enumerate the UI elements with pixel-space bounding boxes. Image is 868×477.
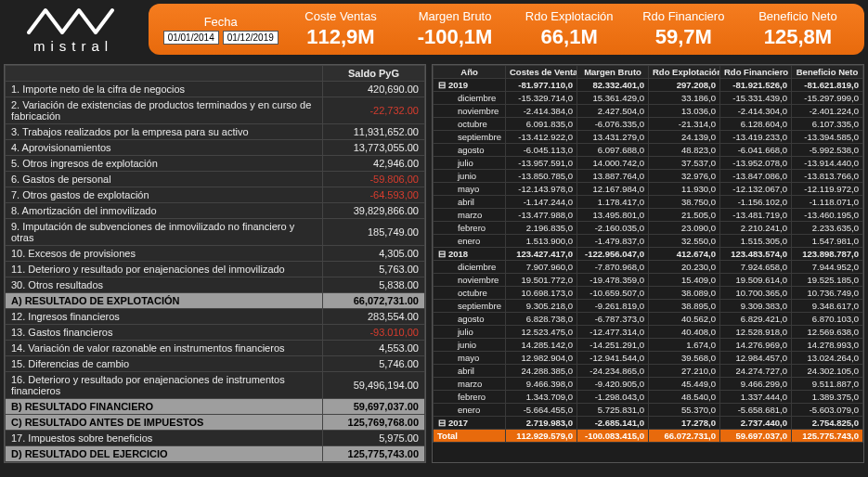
period-header[interactable]: Rdo Financiero (720, 66, 792, 79)
period-row[interactable]: ⊟20172.719.983,0-2.685.141,017.278,02.73… (434, 417, 863, 430)
period-cell: 37.537,0 (649, 157, 720, 170)
pyg-row[interactable]: 8. Amortización del inmovilizado39,829,8… (6, 203, 425, 219)
period-row[interactable]: junio-13.850.785,013.887.764,032.976,0-1… (434, 170, 863, 183)
period-row[interactable]: julio12.523.475,0-12.477.314,040.408,012… (434, 326, 863, 339)
period-cell: -81.921.526,0 (720, 79, 792, 92)
pyg-row[interactable]: B) RESULTADO FINANCIERO59,697,037.00 (6, 399, 425, 415)
period-cell: 23.090,0 (649, 222, 720, 235)
collapse-icon[interactable]: ⊟ (437, 417, 447, 429)
pyg-row-value: 5,975.00 (323, 431, 425, 446)
pyg-row-value: 13,773,055.00 (323, 140, 425, 156)
pyg-row[interactable]: 9. Imputación de subvenciones de inmovil… (6, 219, 425, 246)
period-row[interactable]: Total112.929.579,0-100.083.415,066.072.7… (434, 430, 863, 443)
pyg-row-value: -64.593,00 (323, 187, 425, 203)
period-row-label: noviembre (434, 274, 506, 287)
period-row[interactable]: agosto-6.045.113,06.097.688,048.823,0-6.… (434, 144, 863, 157)
pyg-row[interactable]: 12. Ingresos financieros283,554.00 (6, 309, 425, 325)
period-row[interactable]: marzo-13.477.988,013.495.801,021.505,0-1… (434, 209, 863, 222)
pyg-row[interactable]: 15. Diferencias de cambio5,746.00 (6, 356, 425, 372)
period-cell: 12.982.904,0 (506, 352, 577, 365)
kpi-rdo-explotacion: Rdo Explotación 66,1M (512, 9, 627, 49)
pyg-row[interactable]: 7. Otros gastos de explotación-64.593,00 (6, 187, 425, 203)
period-row[interactable]: enero1.513.900,0-1.479.837,032.550,01.51… (434, 235, 863, 248)
period-header[interactable]: Beneficio Neto (792, 66, 863, 79)
collapse-icon[interactable]: ⊟ (437, 248, 447, 260)
period-header[interactable]: Margen Bruto (577, 66, 649, 79)
period-cell: 13.036,0 (649, 105, 720, 118)
pyg-row[interactable]: 17. Impuestos sobre beneficios5,975.00 (6, 431, 425, 446)
period-row[interactable]: abril24.288.385,0-24.234.865,027.210,024… (434, 365, 863, 378)
period-cell: 12.984.457,0 (720, 352, 792, 365)
period-row[interactable]: septiembre9.305.218,0-9.261.819,038.895,… (434, 300, 863, 313)
period-row[interactable]: diciembre7.907.960,0-7.870.968,020.230,0… (434, 261, 863, 274)
period-row[interactable]: junio14.285.142,0-14.251.291,01.674,014.… (434, 339, 863, 352)
period-row[interactable]: marzo9.466.398,0-9.420.905,045.449,09.46… (434, 378, 863, 391)
period-row[interactable]: septiembre-13.412.922,013.431.279,024.13… (434, 131, 863, 144)
period-cell: -81.621.819,0 (792, 79, 863, 92)
pyg-row[interactable]: 30. Otros resultados5,838.00 (6, 277, 425, 293)
pyg-row[interactable]: 5. Otros ingresos de explotación42,946.0… (6, 156, 425, 172)
pyg-row-label: 13. Gastos financieros (6, 325, 323, 341)
period-cell: 13.887.764,0 (577, 170, 649, 183)
period-row[interactable]: agosto6.828.738,0-6.787.373,040.562,06.8… (434, 313, 863, 326)
pyg-row-label: 11. Deterioro y resultado por enajenacio… (6, 262, 323, 277)
pyg-row-label: B) RESULTADO FINANCIERO (6, 399, 323, 415)
period-cell: 9.348.617,0 (792, 300, 863, 313)
collapse-icon[interactable]: ⊟ (437, 79, 447, 91)
period-cell: -13.460.195,0 (792, 209, 863, 222)
period-cell: -5.664.455,0 (506, 404, 577, 417)
pyg-row-label: A) RESULTADO DE EXPLOTACIÓN (6, 293, 323, 309)
pyg-row[interactable]: 10. Excesos de provisiones4,305.00 (6, 246, 425, 262)
period-cell: -2.401.224,0 (792, 105, 863, 118)
period-cell: 24.139,0 (649, 131, 720, 144)
pyg-row[interactable]: 1. Importe neto de la cifra de negocios4… (6, 82, 425, 97)
period-row-label: febrero (434, 222, 506, 235)
pyg-row-label: 1. Importe neto de la cifra de negocios (6, 82, 323, 97)
period-table: AñoCostes de VentasMargen BrutoRdo Explo… (432, 64, 864, 463)
period-cell: 20.230,0 (649, 261, 720, 274)
period-row[interactable]: octubre10.698.173,0-10.659.507,038.089,0… (434, 287, 863, 300)
period-row[interactable]: octubre6.091.835,0-6.076.335,0-21.314,06… (434, 118, 863, 131)
period-cell: -24.234.865,0 (577, 365, 649, 378)
pyg-row[interactable]: 11. Deterioro y resultado por enajenacio… (6, 262, 425, 277)
period-row[interactable]: febrero1.343.709,0-1.298.043,048.540,01.… (434, 391, 863, 404)
period-row[interactable]: mayo12.982.904,0-12.941.544,039.568,012.… (434, 352, 863, 365)
date-from-input[interactable]: 01/01/2014 (163, 31, 219, 45)
period-cell: -6.041.668,0 (720, 144, 792, 157)
pyg-row[interactable]: 6. Gastos de personal-59.806,00 (6, 172, 425, 187)
pyg-row[interactable]: 2. Variación de existencias de productos… (6, 97, 425, 124)
period-row[interactable]: abril-1.147.244,01.178.417,038.750,0-1.1… (434, 196, 863, 209)
pyg-row[interactable]: D) RESULTADO DEL EJERCICIO125,775,743.00 (6, 446, 425, 462)
pyg-row[interactable]: 13. Gastos financieros-93.010,00 (6, 325, 425, 341)
pyg-row-value: 5,838.00 (323, 277, 425, 293)
period-cell: 1.343.709,0 (506, 391, 577, 404)
period-row[interactable]: noviembre19.501.772,0-19.478.359,015.409… (434, 274, 863, 287)
period-row[interactable]: ⊟2019-81.977.110,082.332.401,0297.208,0-… (434, 79, 863, 92)
pyg-row[interactable]: 14. Variación de valor razonable en inst… (6, 341, 425, 356)
period-cell: -15.329.714,0 (506, 92, 577, 105)
period-cell: 2.754.825,0 (792, 417, 863, 430)
period-cell: 2.427.504,0 (577, 105, 649, 118)
period-cell: 55.370,0 (649, 404, 720, 417)
logo-wave-icon (27, 5, 120, 36)
period-cell: 33.186,0 (649, 92, 720, 105)
date-to-input[interactable]: 01/12/2019 (223, 31, 279, 45)
period-header[interactable]: Rdo Explotación (649, 66, 720, 79)
period-row[interactable]: enero-5.664.455,05.725.831,055.370,0-5.6… (434, 404, 863, 417)
period-row[interactable]: mayo-12.143.978,012.167.984,011.930,0-12… (434, 183, 863, 196)
period-cell: 123.898.787,0 (792, 248, 863, 261)
pyg-row[interactable]: 4. Aprovisionamientos13,773,055.00 (6, 140, 425, 156)
period-cell: 12.523.475,0 (506, 326, 577, 339)
period-row[interactable]: noviembre-2.414.384,02.427.504,013.036,0… (434, 105, 863, 118)
period-row[interactable]: julio-13.957.591,014.000.742,037.537,0-1… (434, 157, 863, 170)
period-header[interactable]: Año (434, 66, 506, 79)
pyg-row[interactable]: 16. Deterioro y resultado por enajenacio… (6, 372, 425, 399)
period-header[interactable]: Costes de Ventas (506, 66, 577, 79)
pyg-row[interactable]: C) RESULTADO ANTES DE IMPUESTOS125,769,7… (6, 415, 425, 431)
period-row[interactable]: diciembre-15.329.714,015.361.429,033.186… (434, 92, 863, 105)
period-cell: -13.412.922,0 (506, 131, 577, 144)
period-row[interactable]: ⊟2018123.427.417,0-122.956.047,0412.674,… (434, 248, 863, 261)
pyg-row[interactable]: 3. Trabajos realizados por la empresa pa… (6, 124, 425, 140)
period-row[interactable]: febrero2.196.835,0-2.160.035,023.090,02.… (434, 222, 863, 235)
pyg-row[interactable]: A) RESULTADO DE EXPLOTACIÓN66,072,731.00 (6, 293, 425, 309)
